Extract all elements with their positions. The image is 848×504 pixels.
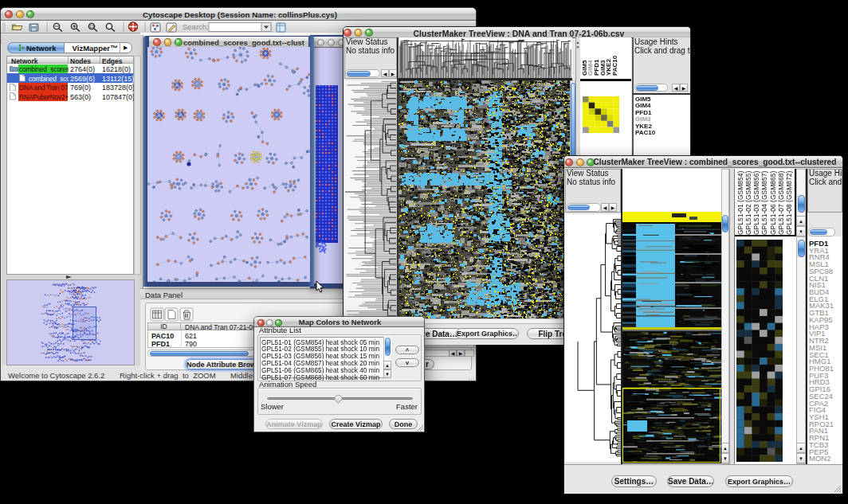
svg-text:GPL51-08 (GSM872): GPL51-08 (GSM872) — [785, 171, 793, 235]
svg-text:GPL51-03 (GSM856): GPL51-03 (GSM856) — [752, 171, 760, 235]
svg-text:Search:: Search: — [183, 22, 209, 31]
svg-text:GPL51-06 (GSM865): GPL51-06 (GSM865) — [769, 171, 777, 235]
svg-text:GPL51-01 (GSM854): GPL51-01 (GSM854) — [736, 171, 744, 235]
svg-text:PAC10: PAC10 — [611, 55, 618, 76]
svg-text:GPL51-04 (GSM857): GPL51-04 (GSM857) — [760, 171, 768, 235]
svg-text:GPL51-07 (GSM868): GPL51-07 (GSM868) — [777, 171, 785, 235]
svg-text:1:1: 1:1 — [90, 25, 94, 29]
svg-text:GPL51-02 (GSM855): GPL51-02 (GSM855) — [744, 171, 752, 235]
